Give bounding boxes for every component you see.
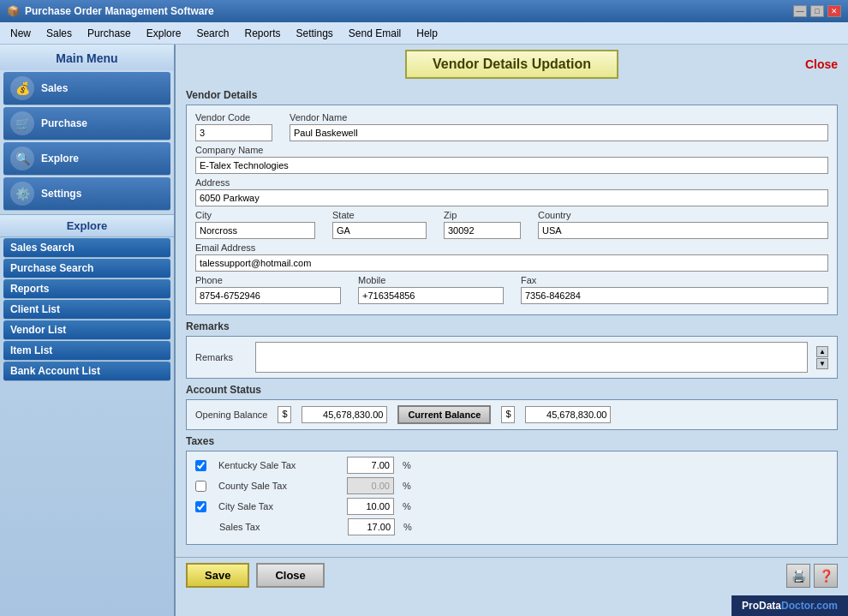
county-tax-value[interactable] [347,477,394,494]
vendor-code-input[interactable] [195,124,272,141]
mobile-input[interactable] [358,287,504,304]
email-input[interactable] [195,254,828,272]
sales-tax-value[interactable] [348,518,395,535]
country-input[interactable] [538,222,828,239]
form-title: Vendor Details Updation [405,50,618,79]
kentucky-tax-value[interactable] [347,457,394,474]
county-tax-checkbox[interactable] [195,481,206,492]
sidebar-item-purchase-search[interactable]: Purchase Search [3,259,170,278]
zip-input[interactable] [444,222,521,239]
menu-sales[interactable]: Sales [39,26,79,41]
country-col: Country [538,210,828,239]
save-button[interactable]: Save [186,563,249,588]
menu-help[interactable]: Help [409,26,445,41]
scroll-down-btn[interactable]: ▼ [816,358,828,369]
menu-explore[interactable]: Explore [140,26,188,41]
explore-icon: 🔍 [10,147,34,170]
sidebar-item-sales[interactable]: 💰 Sales [3,72,170,105]
menu-search[interactable]: Search [189,26,236,41]
kentucky-tax-label: Kentucky Sale Tax [218,460,338,470]
zip-col: Zip [444,210,529,239]
city-tax-checkbox[interactable] [195,501,206,512]
scroll-up-btn[interactable]: ▲ [816,346,828,357]
remarks-label: Remarks [195,352,247,362]
sidebar-item-explore[interactable]: 🔍 Explore [3,142,170,176]
vendor-details-label: Vendor Details [186,89,838,101]
sidebar-explore-label: Explore [41,153,79,164]
item-list-label: Item List [10,344,52,356]
menu-purchase[interactable]: Purchase [81,26,138,41]
fax-input[interactable] [521,287,828,304]
sidebar-item-vendor-list[interactable]: Vendor List [3,320,170,340]
purchase-search-label: Purchase Search [10,262,93,274]
current-balance-input[interactable] [525,406,611,423]
sidebar-purchase-label: Purchase [41,117,87,129]
fax-label: Fax [521,275,828,285]
main-menu-title: Main Menu [0,45,174,70]
city-state-row: City State Zip Country [195,210,828,239]
city-tax-value[interactable] [347,498,394,515]
window-close-button[interactable]: ✕ [827,5,841,17]
reports-label: Reports [10,283,49,295]
company-name-col: Company Name [195,145,828,174]
company-name-input[interactable] [195,157,828,174]
remarks-textarea[interactable] [255,342,808,373]
opening-balance-input[interactable] [302,406,387,423]
kentucky-tax-checkbox[interactable] [195,460,206,471]
title-bar: 📦 Purchase Order Management Software — □… [0,0,848,22]
footer-buttons: Save Close [186,563,325,588]
city-label: City [195,210,324,220]
currency-symbol-1: $ [278,406,291,423]
tax-row-county: County Sale Tax % [195,477,828,494]
help-button[interactable]: ❓ [814,564,838,588]
sales-icon: 💰 [10,76,34,100]
app-icon: 📦 [7,5,20,17]
phone-input[interactable] [195,287,341,304]
sidebar-item-client-list[interactable]: Client List [3,300,170,320]
city-input[interactable] [195,222,315,239]
minimize-button[interactable]: — [793,5,807,17]
remarks-box: Remarks ▲ ▼ [186,336,838,379]
phone-col: Phone [195,275,349,304]
state-input[interactable] [332,222,427,239]
account-status-label: Account Status [186,384,838,396]
bank-account-list-label: Bank Account List [10,365,100,377]
maximize-button[interactable]: □ [810,5,824,17]
explore-section: Explore Sales Search Purchase Search Rep… [0,214,174,381]
fax-col: Fax [521,275,828,304]
main-layout: Main Menu 💰 Sales 🛒 Purchase 🔍 Explore ⚙… [0,45,848,616]
form-close-link[interactable]: Close [805,57,838,71]
sidebar-item-settings[interactable]: ⚙️ Settings [3,177,170,211]
sidebar-item-item-list[interactable]: Item List [3,341,170,361]
menu-bar: New Sales Purchase Explore Search Report… [0,22,848,45]
sidebar-item-bank-account-list[interactable]: Bank Account List [3,362,170,381]
watermark: ProDataDoctor.com [732,595,848,616]
menu-new[interactable]: New [3,26,38,41]
city-tax-label: City Sale Tax [218,501,338,511]
address-row: Address [195,177,828,206]
remarks-scrollbar[interactable]: ▲ ▼ [816,346,828,369]
sidebar-item-purchase[interactable]: 🛒 Purchase [3,107,170,141]
current-balance-button[interactable]: Current Balance [397,405,491,424]
menu-settings[interactable]: Settings [290,26,340,41]
close-button[interactable]: Close [256,563,324,588]
sales-search-label: Sales Search [10,242,75,254]
sales-tax-label: Sales Tax [219,522,339,532]
sales-tax-percent: % [403,522,412,532]
vendor-name-input[interactable] [290,124,828,141]
phone-label: Phone [195,275,349,285]
vendor-list-label: Vendor List [10,324,66,336]
currency-symbol-2: $ [501,406,515,423]
kentucky-tax-percent: % [403,460,411,470]
footer-icons: 🖨️ ❓ [786,564,838,588]
taxes-section-label: Taxes [186,435,838,447]
sidebar-item-reports[interactable]: Reports [3,279,170,299]
vendor-name-label: Vendor Name [290,112,828,123]
title-bar-controls[interactable]: — □ ✕ [793,5,841,17]
print-button[interactable]: 🖨️ [786,564,810,588]
address-input[interactable] [195,189,828,206]
vendor-code-label: Vendor Code [195,112,281,123]
menu-send-email[interactable]: Send Email [342,26,408,41]
menu-reports[interactable]: Reports [237,26,287,41]
sidebar-item-sales-search[interactable]: Sales Search [3,238,170,258]
